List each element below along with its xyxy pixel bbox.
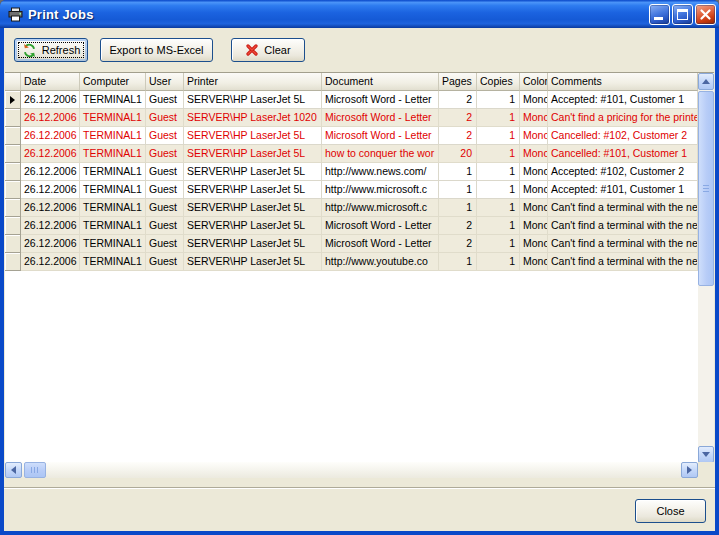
table-row[interactable]: 26.12.2006TERMINAL1GuestSERVER\HP LaserJ… [5,199,698,217]
column-header-computer[interactable]: Computer [80,73,146,91]
cell-comments: Accepted: #102, Customer 2 [548,163,698,181]
cell-copies: 1 [477,235,520,253]
refresh-icon [22,43,37,58]
table-row[interactable]: 26.12.2006TERMINAL1GuestSERVER\HP LaserJ… [5,127,698,145]
cell-comments: Can't find a pricing for the printe [548,109,698,127]
clear-button[interactable]: Clear [231,38,305,62]
row-indicator-cell [5,217,21,235]
cell-copies: 1 [477,217,520,235]
table-row[interactable]: 26.12.2006TERMINAL1GuestSERVER\HP LaserJ… [5,163,698,181]
cell-color: Monochrome [520,127,548,145]
cell-user: Guest [146,127,184,145]
grid-columns-area: DateComputerUserPrinterDocumentPagesCopi… [5,73,698,463]
cell-comments: Accepted: #101, Customer 1 [548,91,698,109]
cell-printer: SERVER\HP LaserJet 5L [184,217,322,235]
window-controls [649,4,716,25]
current-row-arrow-icon [10,96,15,104]
table-row[interactable]: 26.12.2006TERMINAL1GuestSERVER\HP LaserJ… [5,181,698,199]
cell-date: 26.12.2006 [21,181,80,199]
table-row[interactable]: 26.12.2006TERMINAL1GuestSERVER\HP LaserJ… [5,145,698,163]
column-header-color[interactable]: Color [520,73,548,91]
export-excel-button[interactable]: Export to MS-Excel [100,38,213,62]
scroll-down-button[interactable] [698,446,714,463]
minimize-button[interactable] [649,4,670,25]
scroll-up-button[interactable] [698,73,714,90]
column-header-document[interactable]: Document [322,73,439,91]
dialog-client-area: Refresh Export to MS-Excel Clear DateCom… [4,28,715,531]
vertical-scroll-thumb[interactable] [698,91,714,286]
row-indicator-cell [5,235,21,253]
cell-computer: TERMINAL1 [80,217,146,235]
cell-user: Guest [146,217,184,235]
cell-computer: TERMINAL1 [80,109,146,127]
column-header-pages[interactable]: Pages [439,73,477,91]
cell-comments: Cancelled: #102, Customer 2 [548,127,698,145]
cell-document: http://www.news.com/ [322,163,439,181]
column-header-comments[interactable]: Comments [548,73,698,91]
cell-computer: TERMINAL1 [80,91,146,109]
cell-copies: 1 [477,109,520,127]
column-header-copies[interactable]: Copies [477,73,520,91]
cell-user: Guest [146,109,184,127]
cell-date: 26.12.2006 [21,91,80,109]
row-indicator-cell [5,181,21,199]
column-header-printer[interactable]: Printer [184,73,322,91]
cell-date: 26.12.2006 [21,109,80,127]
maximize-button[interactable] [672,4,693,25]
cell-user: Guest [146,199,184,217]
cell-color: Monochrome [520,253,548,271]
table-row[interactable]: 26.12.2006TERMINAL1GuestSERVER\HP LaserJ… [5,91,698,109]
vertical-scrollbar[interactable] [698,73,714,463]
cell-copies: 1 [477,145,520,163]
cell-comments: Can't find a terminal with the ne [548,235,698,253]
arrow-down-icon [702,452,710,457]
cell-date: 26.12.2006 [21,217,80,235]
row-indicator-cell [5,253,21,271]
cell-color: Monochrome [520,235,548,253]
cell-printer: SERVER\HP LaserJet 5L [184,163,322,181]
print-jobs-grid: DateComputerUserPrinterDocumentPagesCopi… [5,72,714,478]
table-row[interactable]: 26.12.2006TERMINAL1GuestSERVER\HP LaserJ… [5,235,698,253]
arrow-up-icon [702,79,710,84]
window-title: Print Jobs [28,7,94,22]
column-header-date[interactable]: Date [21,73,80,91]
titlebar[interactable]: Print Jobs [0,0,719,28]
table-row[interactable]: 26.12.2006TERMINAL1GuestSERVER\HP LaserJ… [5,253,698,271]
refresh-button-label: Refresh [42,44,81,56]
cell-date: 26.12.2006 [21,163,80,181]
cell-pages: 2 [439,235,477,253]
column-header-user[interactable]: User [146,73,184,91]
cell-comments: Can't find a terminal with the ne [548,217,698,235]
cell-document: http://www.microsoft.c [322,199,439,217]
cell-document: http://www.microsoft.c [322,181,439,199]
cell-document: Microsoft Word - Letter [322,91,439,109]
cell-computer: TERMINAL1 [80,181,146,199]
close-window-button[interactable] [695,4,716,25]
cell-document: Microsoft Word - Letter [322,127,439,145]
cell-printer: SERVER\HP LaserJet 5L [184,181,322,199]
scroll-right-button[interactable] [681,462,698,478]
refresh-button[interactable]: Refresh [14,38,88,62]
cell-comments: Can't find a terminal with the ne [548,253,698,271]
cell-document: http://www.youtube.co [322,253,439,271]
row-indicator-cell [5,163,21,181]
cell-color: Monochrome [520,163,548,181]
table-row[interactable]: 26.12.2006TERMINAL1GuestSERVER\HP LaserJ… [5,217,698,235]
clear-x-icon [245,43,259,57]
minimize-icon [654,17,663,20]
print-jobs-window: Print Jobs Refresh Export to MS-Excel [0,0,719,535]
cell-copies: 1 [477,127,520,145]
cell-document: Microsoft Word - Letter [322,217,439,235]
cell-printer: SERVER\HP LaserJet 5L [184,199,322,217]
export-button-label: Export to MS-Excel [109,44,203,56]
table-row[interactable]: 26.12.2006TERMINAL1GuestSERVER\HP LaserJ… [5,109,698,127]
cell-printer: SERVER\HP LaserJet 5L [184,91,322,109]
horizontal-scroll-thumb[interactable] [24,462,46,478]
scroll-left-button[interactable] [5,462,22,478]
maximize-icon [677,9,688,20]
printer-icon [8,7,23,22]
cell-user: Guest [146,91,184,109]
horizontal-scrollbar[interactable] [5,462,698,478]
cell-copies: 1 [477,253,520,271]
close-button[interactable]: Close [635,499,706,523]
